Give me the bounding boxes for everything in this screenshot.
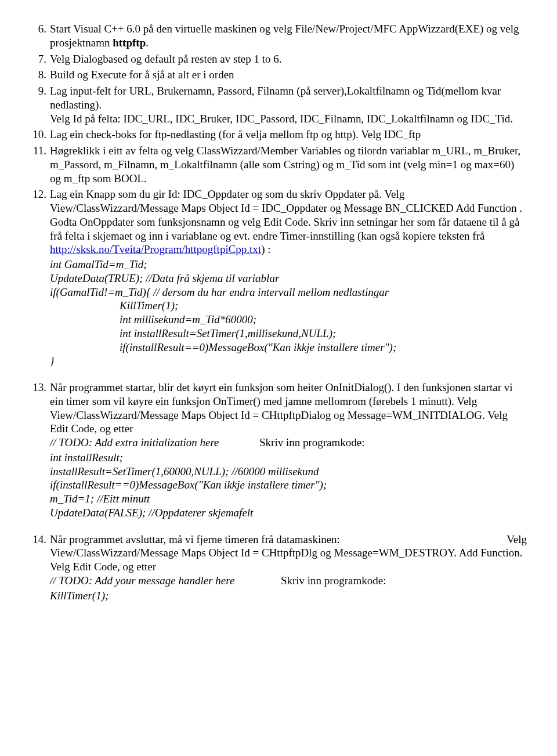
item-number: 7. [30, 52, 50, 66]
code-line: KillTimer(1); [50, 299, 527, 313]
item-body: Høgreklikk i eitt av felta og velg Class… [50, 144, 527, 185]
item-body: Velg Dialogbased og default på resten av… [50, 52, 527, 66]
item-body: Lag ein check-boks for ftp-nedlasting (f… [50, 128, 527, 142]
item-number: 12. [30, 187, 50, 368]
item-body: Når programmet avsluttar, må vi fjerne t… [50, 533, 527, 603]
list-item-14: 14. Når programmet avsluttar, må vi fjer… [30, 533, 527, 603]
list-item-11: 11. Høgreklikk i eitt av felta og velg C… [30, 144, 527, 185]
item-body: Start Visual C++ 6.0 på den virtuelle ma… [50, 22, 527, 50]
text: . [146, 37, 149, 49]
code-block: KillTimer(1); [50, 589, 527, 603]
link-url[interactable]: http://sksk.no/Tveita/Program/httpogftpi… [50, 243, 261, 255]
code-line: KillTimer(1); [50, 589, 527, 603]
todo-comment: // TODO: Add extra initialization here [50, 436, 219, 448]
item-body: Lag input-felt for URL, Brukernamn, Pass… [50, 84, 527, 125]
code-line: int installResult=SetTimer(1,millisekund… [50, 327, 527, 341]
item-number: 10. [30, 128, 50, 142]
code-line: if(installResult==0)MessageBox("Kan ikkj… [50, 478, 527, 492]
code-line: } [50, 354, 527, 368]
list-item-8: 8. Build og Execute for å sjå at alt er … [30, 68, 527, 82]
item-number: 6. [30, 22, 50, 50]
text: Velg [507, 533, 527, 547]
bold-text: httpftp [113, 37, 146, 49]
item-number: 11. [30, 144, 50, 185]
label: Skriv inn programkode: [281, 574, 386, 587]
list-item-10: 10. Lag ein check-boks for ftp-nedlastin… [30, 128, 527, 142]
code-line: if(GamalTid!=m_Tid){ // dersom du har en… [50, 285, 527, 299]
item-body: Lag ein Knapp som du gir Id: IDC_Oppdate… [50, 187, 527, 368]
text: ) : [261, 243, 270, 255]
code-line: int GamalTid=m_Tid; [50, 258, 527, 272]
code-line: UpdateData(TRUE); //Data frå skjema til … [50, 272, 527, 285]
label: Skriv inn programkode: [259, 436, 365, 448]
code-line: int installResult; [50, 451, 527, 465]
text: Velg Id på felta: IDC_URL, IDC_Bruker, I… [50, 113, 513, 125]
code-block: int installResult; installResult=SetTime… [50, 451, 527, 520]
code-line: installResult=SetTimer(1,60000,NULL); //… [50, 465, 527, 479]
text: View/ClassWizzard/Message Maps Object Id… [50, 547, 522, 573]
text: Når programmet startar, blir det køyrt e… [50, 381, 513, 435]
item-number: 14. [30, 533, 50, 603]
list-item-9: 9. Lag input-felt for URL, Brukernamn, P… [30, 84, 527, 125]
code-line: UpdateData(FALSE); //Oppdaterer skjemafe… [50, 506, 527, 520]
code-block: int GamalTid=m_Tid; UpdateData(TRUE); //… [50, 258, 527, 368]
text: Når programmet avsluttar, må vi fjerne t… [50, 533, 340, 547]
text: Lag input-felt for URL, Brukernamn, Pass… [50, 85, 501, 111]
list-item-12: 12. Lag ein Knapp som du gir Id: IDC_Opp… [30, 187, 527, 368]
list-item-6: 6. Start Visual C++ 6.0 på den virtuelle… [30, 22, 527, 50]
code-line: int millisekund=m_Tid*60000; [50, 313, 527, 327]
item-body: Build og Execute for å sjå at alt er i o… [50, 68, 527, 82]
list-item-13: 13. Når programmet startar, blir det køy… [30, 381, 527, 520]
item-number: 9. [30, 84, 50, 125]
item-body: Når programmet startar, blir det køyrt e… [50, 381, 527, 520]
list-item-7: 7. Velg Dialogbased og default på resten… [30, 52, 527, 66]
code-line: m_Tid=1; //Eitt minutt [50, 492, 527, 506]
item-number: 8. [30, 68, 50, 82]
item-number: 13. [30, 381, 50, 520]
todo-comment: // TODO: Add your message handler here [50, 574, 234, 587]
text: Lag ein Knapp som du gir Id: IDC_Oppdate… [50, 188, 522, 241]
code-line: if(installResult==0)MessageBox("Kan ikkj… [50, 341, 527, 355]
